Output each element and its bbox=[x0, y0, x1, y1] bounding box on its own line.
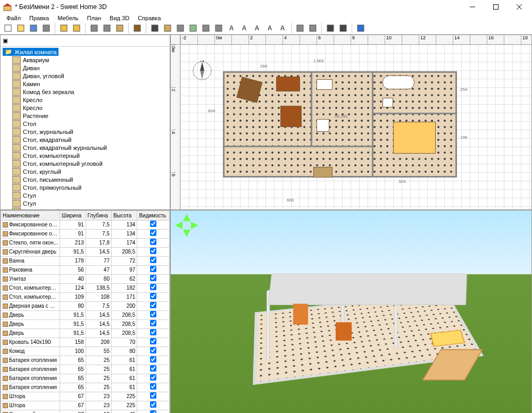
table-row[interactable]: Батарея отопления652561 bbox=[1, 356, 170, 365]
visibility-checkbox[interactable] bbox=[150, 248, 156, 254]
visibility-checkbox[interactable] bbox=[150, 275, 156, 281]
catalog-item[interactable]: Стол, письменный bbox=[12, 175, 168, 183]
menu-вид 3d[interactable]: Вид 3D bbox=[105, 14, 134, 22]
catalog-item[interactable]: Комод без зеркала bbox=[12, 88, 168, 96]
visibility-checkbox[interactable] bbox=[150, 230, 156, 236]
nav-up-icon[interactable] bbox=[183, 214, 190, 221]
3d-model[interactable] bbox=[235, 248, 490, 397]
preferences-button[interactable] bbox=[40, 22, 52, 34]
furniture-item[interactable] bbox=[276, 77, 300, 91]
wall-interior[interactable] bbox=[223, 146, 372, 147]
table-row[interactable]: Стекло, пяти окон...21317,8174 bbox=[1, 239, 170, 248]
table-row[interactable]: Батарея отопления652561 bbox=[1, 365, 170, 374]
pan-button[interactable] bbox=[162, 22, 173, 34]
table-header[interactable]: Ширина bbox=[60, 211, 86, 221]
table-row[interactable]: Батарея отопления652561 bbox=[1, 383, 170, 392]
catalog-item[interactable]: Стул bbox=[12, 191, 168, 199]
wall-interior[interactable] bbox=[311, 71, 312, 146]
visibility-checkbox[interactable] bbox=[150, 356, 156, 363]
redo-button[interactable] bbox=[71, 22, 82, 34]
text-big-a-button[interactable]: A bbox=[277, 22, 288, 34]
dimension-button[interactable] bbox=[213, 22, 225, 34]
table-row[interactable]: Штора6723225 bbox=[1, 401, 170, 410]
visibility-checkbox[interactable] bbox=[150, 347, 156, 353]
table-row[interactable]: Дверь91,514,5208,5 bbox=[1, 329, 170, 338]
help-button[interactable] bbox=[355, 22, 367, 34]
visibility-checkbox[interactable] bbox=[150, 311, 156, 317]
new-file-button[interactable] bbox=[2, 22, 14, 34]
menu-мебель[interactable]: Мебель bbox=[53, 14, 82, 22]
compass-icon[interactable]: N bbox=[192, 61, 212, 81]
visibility-checkbox[interactable] bbox=[150, 329, 156, 335]
text-aa-button[interactable]: A bbox=[264, 22, 276, 34]
menu-файл[interactable]: Файл bbox=[2, 14, 25, 22]
visibility-checkbox[interactable] bbox=[150, 239, 156, 245]
catalog-item[interactable]: Стол, компьютерный угловой bbox=[12, 159, 168, 167]
furniture-item[interactable] bbox=[317, 119, 329, 132]
visibility-checkbox[interactable] bbox=[150, 410, 156, 413]
visibility-checkbox[interactable] bbox=[150, 266, 156, 272]
bed-item[interactable] bbox=[393, 122, 436, 154]
visibility-checkbox[interactable] bbox=[150, 374, 156, 381]
plan-canvas[interactable]: N 1 002 260 604 600 bbox=[180, 45, 531, 209]
view-3d-pane[interactable] bbox=[170, 210, 532, 413]
visibility-checkbox[interactable] bbox=[150, 293, 156, 299]
open-file-button[interactable] bbox=[15, 22, 27, 34]
text-a1-button[interactable]: A bbox=[238, 22, 250, 34]
bathtub-item[interactable] bbox=[383, 75, 414, 89]
catalog-item[interactable]: Диван bbox=[12, 64, 168, 72]
visibility-checkbox[interactable] bbox=[150, 383, 156, 390]
cut-button[interactable] bbox=[88, 22, 100, 34]
furniture-item[interactable] bbox=[313, 167, 332, 178]
catalog-item[interactable]: Кресло bbox=[12, 104, 168, 112]
catalog-category-selected[interactable]: 📁 Жилая комната bbox=[3, 48, 59, 56]
furniture-catalog-pane[interactable]: ▣ 📁 Жилая комната АквариумДиванДиван, уг… bbox=[0, 35, 170, 210]
plan-2d-pane[interactable]: -20м24681012141618 0м2468 N bbox=[170, 35, 532, 210]
catalog-item[interactable]: Стол, квадратный журнальный bbox=[12, 144, 168, 151]
select-button[interactable] bbox=[149, 22, 161, 34]
table-row[interactable]: Электрообогрева...371045 bbox=[1, 410, 170, 414]
catalog-item[interactable]: Диван, угловой bbox=[12, 72, 168, 80]
minimize-button[interactable] bbox=[461, 0, 484, 14]
catalog-item[interactable]: Кресло bbox=[12, 96, 168, 104]
video-button[interactable] bbox=[337, 22, 349, 34]
table-row[interactable]: Стол, компьютерн...109108171 bbox=[1, 293, 170, 302]
table-row[interactable]: Комод1005580 bbox=[1, 347, 170, 356]
furniture-list-pane[interactable]: НаименованиеШиринаГлубинаВысотаВидимость… bbox=[0, 210, 170, 413]
table-row[interactable]: Батарея отопления652561 bbox=[1, 374, 170, 383]
visibility-checkbox[interactable] bbox=[150, 320, 156, 326]
catalog-item[interactable]: Камин bbox=[12, 80, 168, 88]
table-header[interactable]: Высота bbox=[111, 211, 137, 221]
visibility-checkbox[interactable] bbox=[150, 338, 156, 344]
visibility-checkbox[interactable] bbox=[150, 365, 156, 372]
furniture-item[interactable] bbox=[317, 79, 332, 90]
text-a2-button[interactable]: A bbox=[251, 22, 263, 34]
catalog-item[interactable]: Стол, журнальный bbox=[12, 128, 168, 136]
table-row[interactable]: Фиксированное окно917,5134 bbox=[1, 221, 170, 230]
nav-right-icon[interactable] bbox=[191, 222, 198, 229]
table-row[interactable]: Дверь91,514,5208,5 bbox=[1, 311, 170, 320]
table-row[interactable]: Фиксированное окно917,5134 bbox=[1, 230, 170, 239]
menu-правка[interactable]: Правка bbox=[25, 14, 53, 22]
furniture-table[interactable]: НаименованиеШиринаГлубинаВысотаВидимость… bbox=[1, 210, 170, 413]
catalog-item[interactable]: Аквариум bbox=[12, 56, 168, 64]
visibility-checkbox[interactable] bbox=[150, 284, 156, 290]
add-furniture-button[interactable] bbox=[131, 22, 143, 34]
save-file-button[interactable] bbox=[28, 22, 39, 34]
catalog-item[interactable]: Растение bbox=[12, 112, 168, 120]
table-row[interactable]: Ванна1787772 bbox=[1, 257, 170, 266]
visibility-checkbox[interactable] bbox=[150, 302, 156, 308]
table-header[interactable]: Наименование bbox=[1, 211, 60, 221]
visibility-checkbox[interactable] bbox=[150, 392, 156, 399]
label-a-button[interactable]: A bbox=[226, 22, 237, 34]
photo-button[interactable] bbox=[325, 22, 336, 34]
table-row[interactable]: Унитаз408062 bbox=[1, 275, 170, 284]
3d-nav-widget[interactable] bbox=[175, 214, 198, 237]
close-button[interactable] bbox=[508, 0, 531, 14]
table-row[interactable]: Дверная рама с ар...807,5200 bbox=[1, 302, 170, 311]
room-button[interactable] bbox=[187, 22, 199, 34]
table-row[interactable]: Скруглённая дверь91,514,5208,5 bbox=[1, 248, 170, 257]
visibility-checkbox[interactable] bbox=[150, 257, 156, 263]
table-row[interactable]: Стол, компьютерн...124138,5182 bbox=[1, 284, 170, 293]
table-row[interactable]: Кровать 140x19015820870 bbox=[1, 338, 170, 347]
